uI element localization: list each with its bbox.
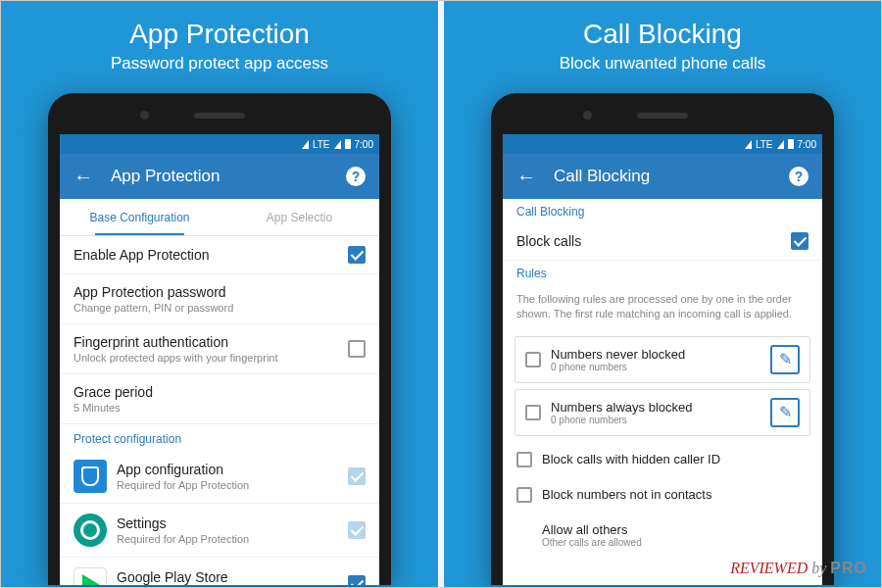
back-icon[interactable]: ← (74, 167, 93, 186)
row-sub: 5 Minutes (74, 402, 366, 414)
checkbox-block-calls[interactable] (791, 232, 808, 250)
rule-sub: 0 phone numbers (551, 415, 760, 425)
watermark-part1: REVIEWED (730, 560, 808, 576)
tab-app-selection[interactable]: App Selectio (220, 199, 379, 235)
rules-description: The following rules are processed one by… (503, 284, 822, 330)
checkbox-rule-contacts[interactable] (516, 487, 532, 503)
app-bar-title: Call Blocking (554, 167, 771, 186)
phone-speaker-icon (637, 113, 688, 119)
section-rules: Rules (503, 261, 822, 284)
sophos-shield-icon (74, 460, 107, 493)
screen-right: LTE 7:00 ← Call Blocking ? Call Blocking… (503, 134, 822, 585)
row-sub: Unlock protected apps with your fingerpr… (74, 352, 338, 364)
phone-camera-icon (583, 111, 592, 120)
row-title: Enable App Protection (74, 247, 338, 263)
checkbox-rule-hidden[interactable] (516, 452, 532, 467)
row-title: Google Play Store (117, 569, 338, 585)
row-password[interactable]: App Protection password Change pattern, … (60, 274, 379, 324)
row-title: Settings (117, 515, 338, 531)
row-play-store[interactable]: Google Play Store and other installers (60, 558, 379, 585)
clock-label: 7:00 (798, 139, 816, 150)
checkbox-play-store[interactable] (348, 575, 366, 585)
help-icon[interactable]: ? (346, 167, 366, 186)
row-sub: Change pattern, PIN or password (74, 302, 366, 314)
rule-title: Allow all others (542, 522, 808, 537)
tab-base-configuration[interactable]: Base Configuration (60, 199, 220, 235)
rule-not-in-contacts[interactable]: Block numbers not in contacts (503, 477, 822, 513)
wifi-icon (745, 140, 752, 149)
rule-title: Numbers always blocked (551, 400, 760, 415)
rule-sub: 0 phone numbers (551, 362, 760, 372)
checkbox-settings-app (348, 521, 366, 539)
watermark-part3: PRO (830, 560, 867, 576)
network-label: LTE (313, 139, 330, 150)
battery-icon (788, 139, 794, 149)
left-hero-subtitle: Password protect app access (111, 54, 328, 74)
checkbox-rule-always[interactable] (525, 405, 541, 420)
watermark: REVIEWED by PRO (730, 560, 867, 577)
row-title: Fingerprint authentication (74, 334, 338, 350)
signal-icon (334, 140, 341, 149)
app-bar-title: App Protection (111, 167, 328, 186)
phone-frame-right: LTE 7:00 ← Call Blocking ? Call Blocking… (491, 93, 834, 585)
right-panel: Call Blocking Block unwanted phone calls… (444, 1, 881, 587)
row-title: Block calls (516, 233, 781, 249)
row-title: Grace period (74, 384, 366, 400)
play-store-icon (74, 567, 107, 585)
clock-label: 7:00 (355, 139, 373, 150)
gear-icon (74, 514, 107, 547)
rule-title: Block numbers not in contacts (542, 487, 711, 502)
row-block-calls[interactable]: Block calls (503, 222, 822, 261)
phone-camera-icon (140, 111, 149, 120)
row-sub: Required for App Protection (117, 533, 338, 545)
checkbox-enable-protection[interactable] (348, 246, 366, 264)
battery-icon (345, 139, 351, 149)
checkbox-rule-never[interactable] (525, 352, 541, 368)
row-title: App configuration (117, 462, 338, 477)
tabs: Base Configuration App Selectio (60, 199, 379, 236)
app-bar: ← App Protection ? (60, 154, 379, 199)
rule-never-blocked[interactable]: Numbers never blocked 0 phone numbers ✎ (514, 336, 810, 383)
row-title: App Protection password (74, 284, 366, 300)
status-bar: LTE 7:00 (503, 134, 822, 154)
rule-hidden-caller[interactable]: Block calls with hidden caller ID (503, 442, 822, 477)
row-enable-protection[interactable]: Enable App Protection (60, 236, 379, 274)
network-label: LTE (756, 139, 773, 150)
rule-always-blocked[interactable]: Numbers always blocked 0 phone numbers ✎ (514, 389, 810, 436)
section-protect-configuration: Protect configuration (60, 424, 379, 450)
back-icon[interactable]: ← (516, 167, 536, 186)
signal-icon (777, 140, 784, 149)
rule-title: Block calls with hidden caller ID (542, 452, 720, 466)
checkbox-fingerprint[interactable] (348, 340, 366, 358)
checkbox-app-configuration (348, 467, 366, 485)
content-left: Enable App Protection App Protection pas… (60, 236, 379, 585)
watermark-part2: by (811, 560, 826, 576)
screen-left: LTE 7:00 ← App Protection ? Base Configu… (60, 134, 379, 585)
phone-speaker-icon (194, 113, 245, 119)
row-sub: Required for App Protection (117, 479, 338, 491)
left-hero-title: App Protection (129, 19, 310, 50)
right-hero-subtitle: Block unwanted phone calls (560, 54, 766, 74)
rule-allow-all[interactable]: Allow all others Other calls are allowed (503, 513, 822, 558)
rule-sub: Other calls are allowed (542, 537, 808, 548)
row-settings-app[interactable]: Settings Required for App Protection (60, 504, 379, 558)
wifi-icon (302, 140, 309, 149)
status-bar: LTE 7:00 (60, 134, 379, 154)
edit-icon[interactable]: ✎ (770, 398, 800, 427)
right-hero-title: Call Blocking (583, 19, 742, 50)
content-right: Call Blocking Block calls Rules The foll… (503, 199, 822, 585)
phone-frame-left: LTE 7:00 ← App Protection ? Base Configu… (48, 93, 391, 585)
help-icon[interactable]: ? (789, 167, 808, 186)
edit-icon[interactable]: ✎ (770, 345, 800, 374)
app-bar: ← Call Blocking ? (503, 154, 822, 199)
rule-title: Numbers never blocked (551, 347, 760, 362)
row-fingerprint[interactable]: Fingerprint authentication Unlock protec… (60, 324, 379, 374)
section-call-blocking: Call Blocking (503, 199, 822, 222)
row-app-configuration[interactable]: App configuration Required for App Prote… (60, 450, 379, 504)
left-panel: App Protection Password protect app acce… (1, 1, 438, 587)
row-grace-period[interactable]: Grace period 5 Minutes (60, 374, 379, 424)
